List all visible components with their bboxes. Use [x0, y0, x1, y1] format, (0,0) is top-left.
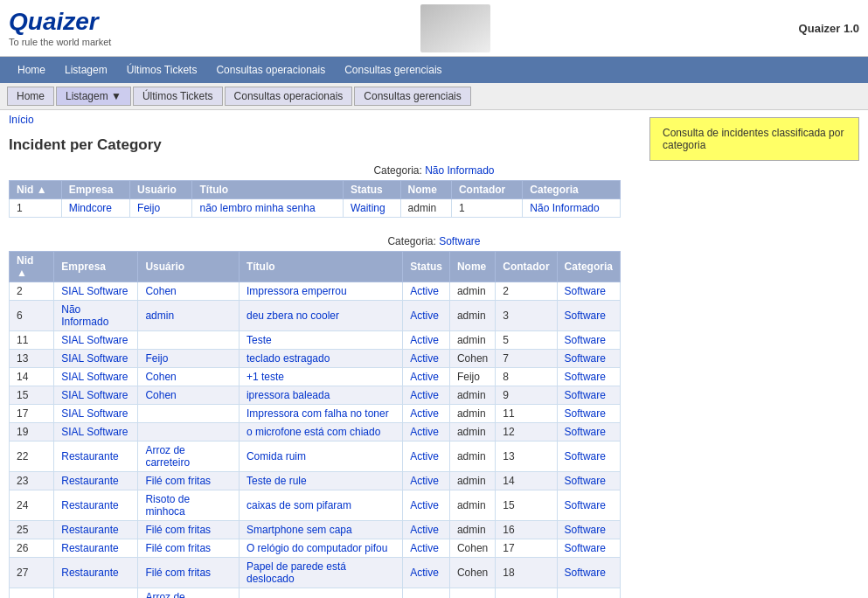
link-usuario[interactable]: Cohen — [145, 371, 176, 383]
top-nav-home[interactable]: Home — [9, 60, 54, 80]
cell-usuario[interactable]: Filé com fritas — [138, 521, 240, 539]
link-usuario[interactable]: Feijo — [137, 202, 160, 214]
link-titulo[interactable]: o microfone está com chiado — [247, 426, 380, 438]
cell-titulo[interactable]: teclado estragado — [239, 350, 402, 368]
cell-categoria[interactable]: Software — [557, 472, 620, 490]
cell-usuario[interactable]: Filé com fritas — [138, 539, 240, 558]
section1-category-link[interactable]: Não Informado — [425, 164, 494, 177]
cell-categoria[interactable]: Software — [557, 386, 620, 405]
link-titulo[interactable]: Teste — [247, 334, 272, 346]
cell-usuario[interactable]: Feijo — [138, 350, 240, 368]
col-contador[interactable]: Contador — [451, 181, 522, 199]
link-empresa[interactable]: SIAL Software — [61, 371, 128, 383]
link-categoria[interactable]: Software — [565, 524, 606, 536]
link-titulo[interactable]: Papel de parede está deslocado — [247, 560, 346, 585]
col2-empresa[interactable]: Empresa — [54, 252, 138, 282]
link-empresa[interactable]: SIAL Software — [61, 389, 128, 401]
link-categoria[interactable]: Software — [565, 352, 606, 365]
link-titulo[interactable]: Impressora emperrou — [247, 285, 347, 297]
cell-categoria[interactable]: Software — [557, 423, 620, 442]
cell-empresa[interactable]: SIAL Software — [54, 405, 138, 423]
link-empresa[interactable]: Restaurante — [61, 567, 118, 579]
link-categoria[interactable]: Software — [565, 334, 606, 346]
cell-titulo[interactable]: Papel de parede está deslocado — [239, 558, 402, 588]
cell-empresa[interactable]: Restaurante — [54, 472, 138, 490]
link-titulo[interactable]: Teste de rule — [247, 475, 307, 487]
link-usuario[interactable]: Filé com fritas — [145, 475, 211, 487]
link-usuario[interactable]: Filé com fritas — [145, 567, 211, 579]
link-usuario[interactable]: Filé com fritas — [145, 524, 211, 536]
cell-empresa[interactable]: Mindcore — [61, 199, 129, 218]
link-empresa[interactable]: SIAL Software — [61, 334, 128, 346]
link-usuario[interactable]: Arroz de carreteiro — [145, 444, 190, 469]
cell-titulo[interactable]: Teste de rule — [239, 472, 402, 490]
link-categoria[interactable]: Software — [565, 426, 606, 438]
link-status[interactable]: Waiting — [351, 202, 385, 214]
tab-gerenciais[interactable]: Consultas gerenciais — [354, 87, 470, 106]
link-categoria[interactable]: Software — [565, 542, 606, 554]
link-titulo[interactable]: Smartphone sem capa — [247, 524, 352, 536]
cell-usuario[interactable]: Filé com fritas — [138, 558, 240, 588]
link-status[interactable]: Active — [410, 334, 439, 346]
cell-empresa[interactable]: SIAL Software — [54, 331, 138, 350]
link-empresa[interactable]: Não Informado — [61, 303, 108, 328]
cell-usuario[interactable] — [138, 423, 240, 442]
col2-categoria[interactable]: Categoria — [557, 252, 620, 282]
cell-titulo[interactable]: Smartphone sem capa — [239, 521, 402, 539]
link-status[interactable]: Active — [410, 475, 439, 487]
link-status[interactable]: Active — [410, 450, 439, 462]
link-empresa[interactable]: Restaurante — [61, 475, 118, 487]
link-status[interactable]: Active — [410, 389, 439, 401]
link-empresa[interactable]: SIAL Software — [61, 426, 128, 438]
link-titulo[interactable]: não lembro minha senha — [199, 202, 315, 214]
col-titulo[interactable]: Título — [192, 181, 344, 199]
cell-empresa[interactable]: Restaurante — [54, 539, 138, 558]
link-usuario[interactable]: Risoto de minhoca — [145, 493, 190, 518]
link-usuario[interactable]: Cohen — [145, 389, 176, 401]
link-categoria[interactable]: Software — [565, 450, 606, 462]
cell-usuario[interactable]: admin — [138, 301, 240, 331]
cell-titulo[interactable]: deu zbera no cooler — [239, 301, 402, 331]
tab-ultimos[interactable]: Últimos Tickets — [133, 87, 223, 106]
link-titulo[interactable]: teclado estragado — [247, 352, 330, 365]
link-categoria[interactable]: Não Informado — [530, 202, 599, 214]
cell-titulo[interactable]: parou geral — [239, 588, 402, 599]
cell-usuario[interactable]: Arroz de carreteiro — [138, 588, 240, 599]
link-status[interactable]: Active — [410, 371, 439, 383]
link-empresa[interactable]: Restaurante — [61, 450, 118, 462]
link-titulo[interactable]: Comida ruim — [247, 450, 306, 462]
cell-categoria[interactable]: Software — [557, 282, 620, 301]
cell-usuario[interactable]: Cohen — [138, 282, 240, 301]
cell-empresa[interactable]: SIAL Software — [54, 423, 138, 442]
link-status[interactable]: Active — [410, 542, 439, 554]
tab-listagem[interactable]: Listagem ▼ — [56, 87, 131, 106]
link-titulo[interactable]: deu zbera no cooler — [247, 309, 339, 322]
cell-titulo[interactable]: Comida ruim — [239, 442, 402, 472]
cell-titulo[interactable]: +1 teste — [239, 368, 402, 386]
cell-categoria[interactable]: Software — [557, 368, 620, 386]
cell-titulo[interactable]: caixas de som pifaram — [239, 490, 402, 521]
cell-empresa[interactable]: SIAL Software — [54, 368, 138, 386]
cell-usuario[interactable] — [138, 405, 240, 423]
link-usuario[interactable]: Feijo — [145, 352, 168, 365]
link-categoria[interactable]: Software — [565, 499, 606, 511]
cell-titulo[interactable]: Impressora emperrou — [239, 282, 402, 301]
link-usuario[interactable]: admin — [145, 309, 174, 322]
cell-categoria[interactable]: Software — [557, 588, 620, 599]
col2-titulo[interactable]: Título — [239, 252, 402, 282]
cell-titulo[interactable]: Teste — [239, 331, 402, 350]
cell-usuario[interactable]: Cohen — [138, 368, 240, 386]
link-status[interactable]: Active — [410, 407, 439, 420]
cell-empresa[interactable]: SIAL Software — [54, 350, 138, 368]
link-categoria[interactable]: Software — [565, 407, 606, 420]
link-status[interactable]: Active — [410, 285, 439, 297]
link-status[interactable]: Active — [410, 499, 439, 511]
cell-empresa[interactable]: SIAL Software — [54, 386, 138, 405]
cell-empresa[interactable]: Restaurante — [54, 588, 138, 599]
link-empresa[interactable]: Restaurante — [61, 542, 118, 554]
cell-usuario[interactable]: Arroz de carreteiro — [138, 442, 240, 472]
link-titulo[interactable]: O relógio do computador pifou — [247, 542, 387, 554]
cell-categoria[interactable]: Não Informado — [523, 199, 621, 218]
cell-usuario[interactable] — [138, 331, 240, 350]
cell-titulo[interactable]: ipressora baleada — [239, 386, 402, 405]
